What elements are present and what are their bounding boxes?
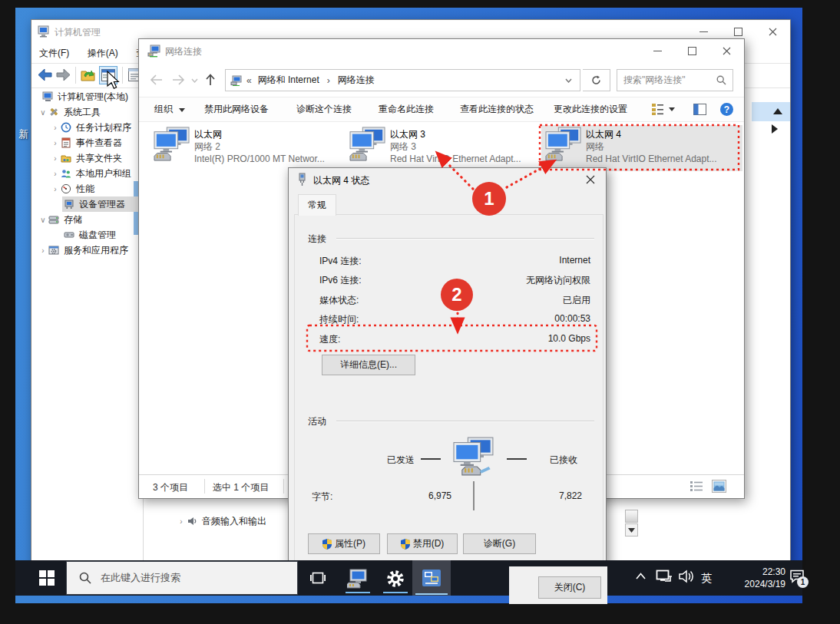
desktop-icon-label[interactable]: 新 <box>18 127 28 141</box>
cm-menu-action[interactable]: 操作(A) <box>80 43 126 64</box>
tree-item-device-manager[interactable]: 设备管理器 <box>62 196 143 212</box>
tree-item-computer-management[interactable]: 计算机管理(本地) <box>31 89 128 104</box>
action-center-button[interactable]: 1 <box>789 570 812 589</box>
back-icon[interactable] <box>38 68 52 81</box>
search-icon[interactable] <box>716 75 726 85</box>
breadcrumb-chevron[interactable]: « <box>246 75 252 86</box>
task-view-button[interactable] <box>304 566 332 589</box>
cm-close-button[interactable] <box>756 20 790 43</box>
disable-button[interactable]: 禁用(D) <box>387 533 458 554</box>
diagnose-button[interactable]: 诊断(G) <box>463 533 536 554</box>
taskbar-app-settings[interactable] <box>379 563 412 594</box>
rename-connection-button[interactable]: 重命名此连接 <box>379 103 434 116</box>
scroll-down-button[interactable] <box>625 523 638 537</box>
search-box[interactable]: 搜索"网络连接" <box>617 69 733 91</box>
dialog-titlebar[interactable]: 以太网 4 状态 <box>289 168 606 191</box>
bytes-received-value: 7,822 <box>527 490 582 501</box>
dialog-bottom-fragment: 关闭(C) <box>509 566 607 604</box>
breadcrumb-separator[interactable]: › <box>327 75 330 86</box>
tree-item-storage[interactable]: ∨ 存储 <box>38 212 82 227</box>
properties-button[interactable]: 属性(P) <box>308 533 380 554</box>
adapter-item-ethernet[interactable]: 以太网 网络 2 Intel(R) PRO/1000 MT Networ... <box>150 125 342 171</box>
tray-clock[interactable]: 22:30 2024/3/19 <box>718 566 785 590</box>
nav-up-icon[interactable] <box>205 74 216 86</box>
section-divider <box>336 238 594 239</box>
expander-icon: ∨ <box>38 108 48 117</box>
breadcrumb-parent[interactable]: 网络和 Internet <box>258 74 319 87</box>
expander-icon: ∨ <box>38 216 48 224</box>
breadcrumb-dropdown-icon[interactable] <box>565 78 572 83</box>
nc-maximize-button[interactable] <box>675 39 709 62</box>
sent-label: 已发送 <box>387 454 415 467</box>
list-view-toggle-icon[interactable] <box>690 480 703 492</box>
device-manager-icon <box>64 199 76 210</box>
disable-device-button[interactable]: 禁用此网络设备 <box>204 103 269 116</box>
performance-icon <box>61 183 73 194</box>
shared-folder-icon <box>61 153 73 163</box>
running-indicator <box>346 592 370 593</box>
expander-icon: › <box>50 170 61 178</box>
cm-tree-panel: 计算机管理(本地) ∨ 系统工具 › 任务计划程序 › 事件查看器 › 共享文件… <box>31 87 144 565</box>
breadcrumb[interactable]: « 网络和 Internet › 网络连接 <box>225 69 580 91</box>
expander-icon: › <box>50 185 61 193</box>
tree-item-system-tools[interactable]: ∨ 系统工具 <box>38 104 101 120</box>
nav-history-dropdown-icon[interactable] <box>191 78 198 83</box>
tree-item-event-viewer[interactable]: › 事件查看器 <box>50 135 122 150</box>
taskbar-search-placeholder: 在此键入进行搜索 <box>101 571 180 585</box>
tray-volume-icon[interactable] <box>679 570 694 583</box>
organize-button[interactable]: 组织 <box>154 103 185 116</box>
tree-item-local-users-groups[interactable]: › 本地用户和组 <box>50 166 131 181</box>
nc-close-button[interactable] <box>709 39 744 62</box>
forward-icon[interactable] <box>56 68 71 81</box>
adapter-network: 网络 2 <box>194 140 325 153</box>
expander-right-icon[interactable] <box>772 124 778 134</box>
dialog-close-button[interactable] <box>575 168 606 191</box>
scrollbar-thumb[interactable] <box>625 510 638 523</box>
tree-item-services-applications[interactable]: › 服务和应用程序 <box>38 243 128 258</box>
start-button[interactable] <box>29 560 64 596</box>
tray-network-icon[interactable] <box>656 570 673 584</box>
taskbar-app-network-connections-active[interactable] <box>412 560 451 596</box>
taskbar-app-computer-management[interactable] <box>341 563 375 594</box>
diagnose-connection-button[interactable]: 诊断这个连接 <box>296 103 352 116</box>
adapter-device: Red Hat VirtIO Ethernet Adapt... <box>390 153 521 165</box>
help-icon[interactable]: ? <box>720 103 733 116</box>
breadcrumb-current[interactable]: 网络连接 <box>338 74 375 87</box>
change-view-dropdown-icon[interactable] <box>669 107 675 111</box>
thumbnail-view-toggle-icon[interactable] <box>712 480 726 493</box>
adapter-item-ethernet4[interactable]: 以太网 4 网络 Red Hat VirtIO Ethernet Adapt..… <box>541 125 742 171</box>
adapter-item-ethernet3[interactable]: 以太网 3 网络 3 Red Hat VirtIO Ethernet Adapt… <box>346 125 537 171</box>
dropdown-arrow-icon <box>179 108 185 112</box>
nav-forward-icon[interactable] <box>172 74 185 85</box>
sent-connector-line <box>421 458 441 460</box>
tab-general[interactable]: 常规 <box>298 194 336 216</box>
tree-item-performance[interactable]: › 性能 <box>50 181 94 196</box>
nc-commandbar: 组织 禁用此网络设备 诊断这个连接 重命名此连接 查看此连接的状态 更改此连接的… <box>139 97 744 122</box>
services-icon <box>48 245 61 256</box>
tray-ime-indicator[interactable]: 英 <box>701 572 712 586</box>
scroll-up-icon[interactable] <box>773 108 782 114</box>
network-connections-app-icon <box>147 45 160 58</box>
console-tree-icon[interactable] <box>99 66 117 84</box>
refresh-button[interactable] <box>583 69 610 91</box>
taskbar-search-box[interactable]: 在此键入进行搜索 <box>66 561 298 595</box>
cm-menu-file[interactable]: 文件(F) <box>31 43 77 64</box>
tree-item-disk-management[interactable]: 磁盘管理 <box>62 227 116 243</box>
tree-item-shared-folders[interactable]: › 共享文件夹 <box>50 150 122 166</box>
nc-titlebar[interactable]: 网络连接 <box>139 39 744 62</box>
expander-icon[interactable]: › <box>176 517 187 526</box>
export-list-icon[interactable] <box>81 68 95 81</box>
media-state-value: 已启用 <box>563 294 590 307</box>
tree-item-task-scheduler[interactable]: › 任务计划程序 <box>50 120 131 135</box>
tray-chevron-button[interactable] <box>636 573 646 579</box>
nc-minimize-button[interactable] <box>640 39 675 62</box>
view-status-button[interactable]: 查看此连接的状态 <box>460 103 534 116</box>
dialog-close-action-button[interactable]: 关闭(C) <box>538 576 601 599</box>
activity-computer-icon <box>451 437 496 477</box>
preview-pane-icon[interactable] <box>693 104 706 115</box>
change-view-icon[interactable] <box>652 104 664 115</box>
expander-icon: › <box>50 124 61 132</box>
details-button[interactable]: 详细信息(E)... <box>322 355 415 375</box>
nav-back-icon[interactable] <box>150 74 163 85</box>
change-settings-button[interactable]: 更改此连接的设置 <box>554 103 627 116</box>
